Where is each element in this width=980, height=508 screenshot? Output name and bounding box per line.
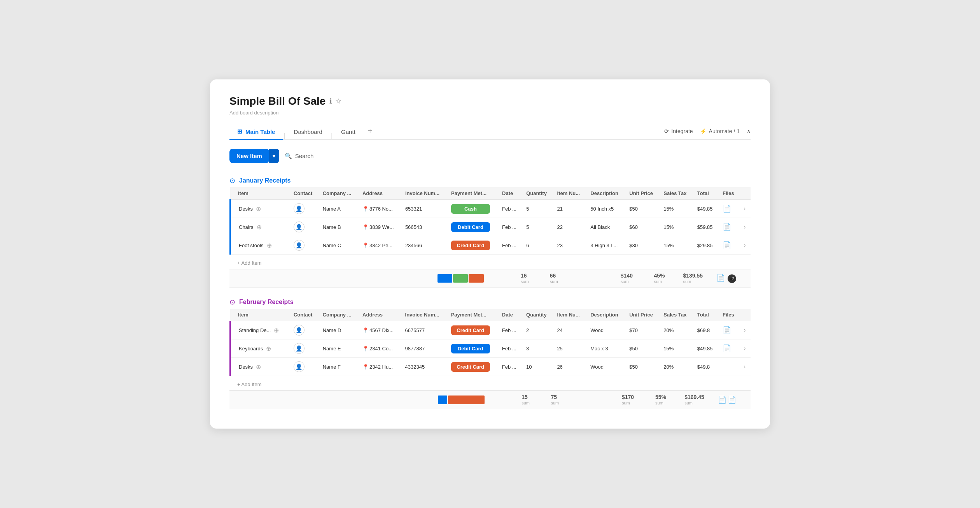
february-header: ⊙ February Receipts xyxy=(229,295,751,309)
january-collapse-icon[interactable]: ⊙ xyxy=(229,176,235,185)
collapse-button[interactable]: ∧ xyxy=(747,128,751,134)
row-more-icon[interactable]: › xyxy=(744,223,746,230)
cell-description: Mac x 3 xyxy=(586,339,625,358)
january-title: January Receipts xyxy=(239,177,291,184)
cell-files: 📄 xyxy=(719,339,740,358)
feb-col-description: Description xyxy=(586,309,625,321)
cell-payment: Credit Card xyxy=(447,358,498,376)
feb-sum-sales-tax: 55% sum xyxy=(651,391,681,409)
tab-add-button[interactable]: + xyxy=(363,123,377,139)
tab-dashboard[interactable]: Dashboard xyxy=(286,125,330,140)
february-sum-table: 15 sum 75 sum $170 sum 55% sum xyxy=(229,390,751,409)
add-sub-item-icon[interactable]: ⊕ xyxy=(257,223,262,231)
jan-sum-payment-bar xyxy=(434,269,488,288)
avatar: 👤 xyxy=(294,221,304,232)
item-name-text: Desks xyxy=(239,364,253,370)
feb-bar-credit xyxy=(448,396,485,404)
location-icon: 📍 xyxy=(362,364,369,370)
january-section: ⊙ January Receipts Item Contact Company … xyxy=(229,174,751,288)
cell-name: Standing De... ⊕ xyxy=(230,321,290,339)
info-icon[interactable]: ℹ xyxy=(329,97,332,105)
new-item-button[interactable]: New Item xyxy=(229,149,269,163)
feb-col-date: Date xyxy=(498,309,522,321)
col-date: Date xyxy=(498,187,522,200)
cell-description: 3 High 3 L... xyxy=(586,236,625,255)
row-more-icon[interactable]: › xyxy=(744,345,746,352)
item-name-text: Desks xyxy=(239,206,253,212)
add-sub-item-icon[interactable]: ⊕ xyxy=(256,205,261,213)
table-row[interactable]: Keyboards ⊕ 👤 Name E 📍2341 Co... 9877887… xyxy=(230,339,751,358)
cell-total: $49.8 xyxy=(693,358,719,376)
row-more-icon[interactable]: › xyxy=(744,242,746,248)
cell-quantity: 2 xyxy=(522,321,553,339)
cell-item-num: 25 xyxy=(553,339,586,358)
add-sub-item-icon[interactable]: ⊕ xyxy=(256,363,261,371)
table-row[interactable]: Foot stools ⊕ 👤 Name C 📍3842 Pe... 23456… xyxy=(230,236,751,255)
cell-payment: Credit Card xyxy=(447,321,498,339)
star-icon[interactable]: ☆ xyxy=(335,97,341,105)
february-collapse-icon[interactable]: ⊙ xyxy=(229,298,235,306)
tab-gantt[interactable]: Gantt xyxy=(333,125,363,140)
jan-sum-item-num: 66 sum xyxy=(546,269,575,288)
cell-company: Name D xyxy=(319,321,359,339)
feb-sum-file-icon2: 📄 xyxy=(728,396,736,404)
cell-item-num: 24 xyxy=(553,321,586,339)
january-add-item[interactable]: + Add Item xyxy=(229,257,751,269)
feb-sum-quantity: 15 sum xyxy=(518,391,547,409)
january-sum-table: 16 sum 66 sum $140 sum 45% sum xyxy=(229,269,751,288)
toolbar: New Item ▾ 🔍 Search xyxy=(229,149,751,163)
cell-unit-price: $50 xyxy=(625,339,660,358)
row-more-icon[interactable]: › xyxy=(744,363,746,370)
integrate-button[interactable]: ⟳ Integrate xyxy=(664,128,693,134)
feb-col-company: Company ... xyxy=(319,309,359,321)
tab-main-table[interactable]: ⊞ Main Table xyxy=(229,124,283,140)
add-sub-item-icon[interactable]: ⊕ xyxy=(274,327,279,334)
february-table-wrap: Item Contact Company ... Address Invoice… xyxy=(229,309,751,376)
file-icon: 📄 xyxy=(723,241,731,249)
feb-col-sales-tax: Sales Tax xyxy=(660,309,693,321)
cell-company: Name A xyxy=(319,200,359,218)
cell-unit-price: $30 xyxy=(625,236,660,255)
feb-col-more xyxy=(740,309,751,321)
tabs-bar: ⊞ Main Table | Dashboard | Gantt + ⟳ Int… xyxy=(229,123,751,140)
cell-sales-tax: 15% xyxy=(660,236,693,255)
january-sum-row: 16 sum 66 sum $140 sum 45% sum xyxy=(229,269,751,288)
cell-total: $49.85 xyxy=(693,339,719,358)
new-item-wrapper: New Item ▾ xyxy=(229,149,279,163)
jan-sum-quantity: 16 sum xyxy=(517,269,546,288)
add-sub-item-icon[interactable]: ⊕ xyxy=(266,345,271,352)
item-name-text: Foot stools xyxy=(239,243,264,248)
new-item-dropdown[interactable]: ▾ xyxy=(269,149,279,163)
cell-item-num: 21 xyxy=(553,200,587,218)
cell-invoice: 653321 xyxy=(401,200,447,218)
cell-name: Foot stools ⊕ xyxy=(230,236,290,255)
search-button[interactable]: 🔍 Search xyxy=(285,153,314,160)
avatar: 👤 xyxy=(294,361,304,372)
board-description[interactable]: Add board description xyxy=(229,110,751,116)
table-row[interactable]: Desks ⊕ 👤 Name F 📍2342 Hu... 4332345 Cre… xyxy=(230,358,751,376)
chevron-up-icon: ∧ xyxy=(747,128,751,134)
add-sub-item-icon[interactable]: ⊕ xyxy=(267,242,272,249)
row-more-icon[interactable]: › xyxy=(744,327,746,333)
cell-address: 📍2341 Co... xyxy=(359,339,401,358)
feb-col-invoice: Invoice Num... xyxy=(401,309,447,321)
avatar: 👤 xyxy=(294,325,304,336)
automate-button[interactable]: ⚡ Automate / 1 xyxy=(700,128,740,134)
cell-sales-tax: 15% xyxy=(660,339,693,358)
cell-files: 📄 xyxy=(719,200,740,218)
jan-sum-file-icon: 📄 xyxy=(716,274,725,282)
feb-sum-payment-bar xyxy=(434,391,488,409)
row-more-icon[interactable]: › xyxy=(744,205,746,212)
cell-contact: 👤 xyxy=(290,236,319,255)
table-row[interactable]: Desks ⊕ 👤 Name A 📍8776 No... 653321 Cash… xyxy=(230,200,751,218)
february-title: February Receipts xyxy=(239,299,294,306)
cell-files: 📄 xyxy=(719,321,740,339)
feb-col-contact: Contact xyxy=(290,309,319,321)
table-row[interactable]: Standing De... ⊕ 👤 Name D 📍4567 Dix... 6… xyxy=(230,321,751,339)
january-table-wrap: Item Contact Company ... Address Invoice… xyxy=(229,187,751,255)
cell-contact: 👤 xyxy=(290,200,319,218)
table-row[interactable]: Chairs ⊕ 👤 Name B 📍3839 We... 566543 Deb… xyxy=(230,218,751,236)
february-add-item[interactable]: + Add Item xyxy=(229,378,751,390)
item-name-text: Standing De... xyxy=(239,327,271,333)
jan-sum-spacer4 xyxy=(350,269,392,288)
